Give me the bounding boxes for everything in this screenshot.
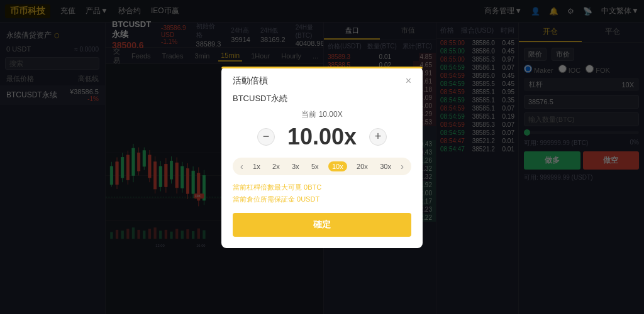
leverage-option-2x[interactable]: 2x bbox=[270, 161, 282, 171]
leverage-display: − 10.00x + bbox=[233, 124, 411, 150]
modal-current-leverage: 当前 10.00X bbox=[233, 109, 411, 120]
leverage-option-10x[interactable]: 10x bbox=[328, 161, 347, 171]
leverage-option-20x[interactable]: 20x bbox=[354, 161, 370, 171]
modal-close-button[interactable]: × bbox=[406, 75, 411, 87]
leverage-minus-button[interactable]: − bbox=[257, 128, 275, 146]
leverage-slider: ‹ 1x 2x 3x 5x 10x 20x 30x › bbox=[233, 158, 411, 175]
modal-subtitle: BTCUSDT永続 bbox=[233, 93, 411, 104]
modal-indicator bbox=[221, 67, 423, 68]
modal-confirm-button[interactable]: 確定 bbox=[233, 213, 411, 237]
leverage-modal: 活動倍槓 × BTCUSDT永続 当前 10.00X − 10.00x + ‹ … bbox=[221, 67, 423, 248]
leverage-plus-button[interactable]: + bbox=[369, 128, 387, 146]
modal-info-2: 當前倉位所需保証金 0USDT bbox=[233, 195, 411, 204]
leverage-option-1x[interactable]: 1x bbox=[250, 161, 263, 171]
slider-prev-button[interactable]: ‹ bbox=[240, 161, 243, 171]
leverage-option-5x[interactable]: 5x bbox=[309, 161, 321, 171]
modal-info-1: 當前杠桿倍數最大可覓 0BTC bbox=[233, 183, 411, 192]
modal-body: BTCUSDT永続 当前 10.00X − 10.00x + ‹ 1x 2x 3… bbox=[221, 87, 423, 248]
modal-overlay[interactable]: 活動倍槓 × BTCUSDT永続 当前 10.00X − 10.00x + ‹ … bbox=[0, 0, 644, 314]
leverage-option-30x[interactable]: 30x bbox=[377, 161, 394, 171]
leverage-number: 10.00x bbox=[287, 124, 357, 150]
modal-header: 活動倍槓 × bbox=[221, 67, 423, 87]
slider-next-button[interactable]: › bbox=[401, 161, 404, 171]
modal-title: 活動倍槓 bbox=[233, 75, 268, 87]
leverage-option-3x[interactable]: 3x bbox=[289, 161, 302, 171]
